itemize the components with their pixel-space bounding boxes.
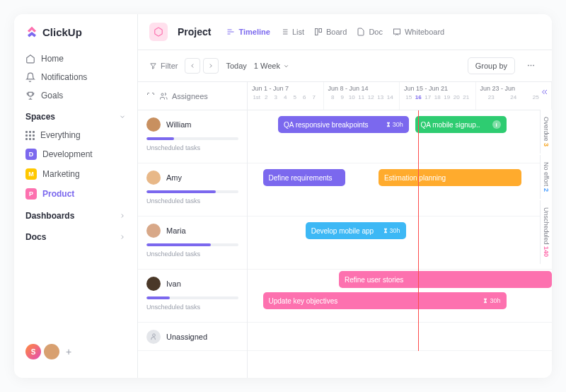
assignee-name: Unassigned xyxy=(166,333,207,341)
info-icon: i xyxy=(492,120,501,129)
dashboards-header[interactable]: Dashboards xyxy=(14,204,137,225)
tab-list[interactable]: List xyxy=(280,28,304,36)
task-label: Define requirements xyxy=(269,174,333,182)
avatar xyxy=(146,224,161,238)
progress-bar xyxy=(146,243,238,246)
assignee-row[interactable]: IvanUnscheduled tasks xyxy=(138,270,247,323)
task-label: Refine user stories xyxy=(345,276,403,284)
assignee-name: Maria xyxy=(166,226,186,235)
timeline-row xyxy=(248,323,552,351)
task-bar[interactable]: Update key objectives30h xyxy=(263,292,507,309)
space-product[interactable]: P Product xyxy=(14,184,137,204)
expand-icon[interactable] xyxy=(146,92,155,100)
tab-whiteboard[interactable]: Whiteboard xyxy=(393,28,444,36)
no-effort-badge[interactable]: No effort 2 xyxy=(540,155,552,199)
today-line xyxy=(418,110,419,351)
nav-notifications[interactable]: Notifications xyxy=(14,68,137,86)
chevron-right-icon xyxy=(119,234,126,241)
nav-home[interactable]: Home xyxy=(14,50,137,68)
task-label: QA responsive breakpoints xyxy=(284,121,369,129)
space-badge: P xyxy=(25,188,37,200)
range-select[interactable]: 1 Week xyxy=(254,62,289,70)
chevron-right-icon xyxy=(207,62,214,69)
assignee-name: William xyxy=(166,120,191,129)
task-bar[interactable]: QA mobile signup..i xyxy=(415,116,507,133)
timeline-icon xyxy=(226,28,235,36)
filter-icon xyxy=(149,62,157,70)
avatar xyxy=(146,277,161,291)
chevron-left-icon xyxy=(189,62,196,69)
timeline-row: Develop mobile app30h xyxy=(248,217,552,270)
hourglass-icon xyxy=(383,228,388,234)
collapse-button[interactable] xyxy=(541,86,549,99)
whiteboard-icon xyxy=(393,28,401,36)
space-everything[interactable]: Everything xyxy=(14,126,137,144)
prev-button[interactable] xyxy=(185,58,200,74)
hourglass-icon xyxy=(483,298,488,304)
board-icon xyxy=(314,28,323,36)
task-label: QA mobile signup.. xyxy=(421,121,480,129)
assignee-row[interactable]: MariaUnscheduled tasks xyxy=(138,217,247,270)
task-bar[interactable]: Develop mobile app30h xyxy=(306,222,406,239)
progress-bar xyxy=(146,190,238,193)
unscheduled-label[interactable]: Unscheduled tasks xyxy=(146,250,238,258)
chevron-down-icon xyxy=(119,113,126,120)
trophy-icon xyxy=(25,91,35,100)
timeline-row: QA responsive breakpoints30hQA mobile si… xyxy=(248,110,552,163)
svg-point-3 xyxy=(161,93,163,96)
unscheduled-label[interactable]: Unscheduled tasks xyxy=(146,144,238,151)
today-button[interactable]: Today xyxy=(226,62,246,70)
space-badge: M xyxy=(25,168,37,180)
add-user-button[interactable]: + xyxy=(62,345,75,358)
progress-bar xyxy=(146,137,238,140)
doc-icon xyxy=(357,28,365,36)
overdue-badge[interactable]: Overdue 3 xyxy=(540,110,552,154)
clickup-logo-icon xyxy=(25,25,38,38)
assignee-row[interactable]: Unassigned xyxy=(138,323,247,351)
logo-text: ClickUp xyxy=(42,26,82,38)
task-bar[interactable]: QA responsive breakpoints30h xyxy=(278,116,409,133)
task-bar[interactable]: Define requirements xyxy=(263,169,345,186)
project-icon xyxy=(149,23,168,41)
user-avatar[interactable] xyxy=(44,344,59,359)
tab-timeline[interactable]: Timeline xyxy=(226,28,270,36)
nav-goals[interactable]: Goals xyxy=(14,86,137,105)
assignee-row[interactable]: WilliamUnscheduled tasks xyxy=(138,110,247,163)
filter-button[interactable]: Filter xyxy=(149,62,178,70)
docs-header[interactable]: Docs xyxy=(14,225,137,246)
unscheduled-label[interactable]: Unscheduled tasks xyxy=(146,197,238,204)
avatar xyxy=(146,171,161,185)
home-icon xyxy=(25,54,35,64)
space-badge: D xyxy=(25,149,37,160)
assignee-row[interactable]: AmyUnscheduled tasks xyxy=(138,163,247,217)
assignee-name: Amy xyxy=(166,173,182,182)
logo[interactable]: ClickUp xyxy=(14,25,137,50)
group-by-button[interactable]: Group by xyxy=(468,57,515,74)
task-label: Estimation planning xyxy=(384,174,446,182)
week-column: Jun 15 - Jun 2115161718192021 xyxy=(400,82,476,110)
space-development[interactable]: D Development xyxy=(14,144,137,164)
svg-point-4 xyxy=(152,334,155,337)
task-label: Update key objectives xyxy=(269,297,338,305)
unscheduled-badge[interactable]: Unscheduled 140 xyxy=(540,200,552,264)
next-button[interactable] xyxy=(203,58,219,74)
tab-doc[interactable]: Doc xyxy=(357,28,383,36)
project-title: Project xyxy=(178,26,211,38)
assignees-header: Assignees xyxy=(138,82,247,110)
avatar xyxy=(146,117,161,132)
unscheduled-label[interactable]: Unscheduled tasks xyxy=(146,304,238,311)
hourglass-icon xyxy=(386,122,391,127)
task-bar[interactable]: Estimation planning xyxy=(379,169,521,186)
space-marketing[interactable]: M Marketing xyxy=(14,164,137,184)
week-column: Jun 8 - Jun 14891011121314 xyxy=(324,82,400,110)
svg-rect-0 xyxy=(316,29,318,35)
task-time: 30h xyxy=(383,227,400,234)
tab-board[interactable]: Board xyxy=(314,28,347,36)
spaces-header[interactable]: Spaces xyxy=(14,105,137,126)
unassigned-avatar xyxy=(146,330,161,344)
task-bar[interactable]: Refine user stories xyxy=(339,271,552,288)
user-avatar[interactable]: S xyxy=(25,344,41,359)
bell-icon xyxy=(25,72,35,82)
timeline-row: Define requirementsEstimation planning xyxy=(248,163,552,217)
more-button[interactable]: ⋯ xyxy=(522,58,541,74)
